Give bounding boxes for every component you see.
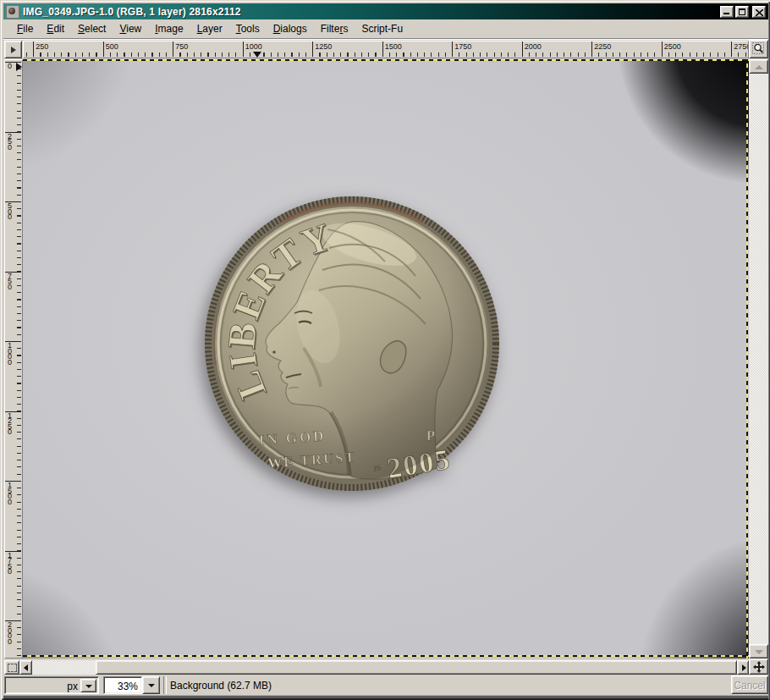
ruler-label: 0: [8, 63, 12, 69]
maximize-button[interactable]: [735, 6, 749, 18]
close-button[interactable]: [752, 6, 766, 18]
ruler-major-tick: [243, 41, 244, 57]
horizontal-scroll-thumb[interactable]: [96, 660, 737, 675]
statusbar-message: Background (62.7 MB): [170, 680, 272, 692]
layer-boundary-bottom: [23, 655, 749, 657]
menu-layer[interactable]: Layer: [190, 21, 229, 36]
ruler-major-tick: [33, 41, 34, 57]
image-canvas[interactable]: LIBERTY LIBERTY IN GOD WE TRUST 2005 P J…: [23, 59, 749, 659]
ruler-major-tick: [452, 41, 453, 57]
ruler-label: 2000: [525, 42, 542, 51]
scroll-right-button[interactable]: [737, 660, 749, 675]
scroll-up-button[interactable]: [749, 59, 768, 74]
ruler-label: 2500: [664, 42, 681, 51]
close-icon: [756, 9, 763, 16]
unit-dropdown-button[interactable]: [80, 679, 96, 692]
ruler-minor-ticks: [26, 52, 748, 57]
app-icon: [6, 5, 19, 19]
ruler-major-tick: [731, 41, 732, 57]
zoom-follow-window-button[interactable]: [749, 40, 768, 58]
ruler-label: 1000: [245, 42, 262, 51]
cursor-position-marker: [16, 63, 22, 71]
status-bar: px 33% Background (62.7 MB) Cancel: [3, 675, 768, 695]
photo-background: LIBERTY LIBERTY IN GOD WE TRUST 2005 P J…: [23, 59, 749, 659]
zoom-value: 33%: [118, 681, 138, 692]
horizontal-scroll-track[interactable]: [32, 660, 737, 675]
vertical-scroll-track[interactable]: [749, 74, 768, 644]
menu-image[interactable]: Image: [148, 21, 190, 36]
layer-boundary-top: [23, 59, 749, 61]
ruler-label: 2250: [594, 42, 611, 51]
ruler-major-tick: [382, 41, 383, 57]
menu-dialogs[interactable]: Dialogs: [267, 21, 314, 36]
ruler-major-tick: [662, 41, 663, 57]
ruler-major-tick: [312, 41, 313, 57]
horizontal-ruler[interactable]: 2505007501000125015001750200022502500275…: [23, 41, 749, 58]
ruler-major-tick: [522, 41, 523, 57]
ruler-major-tick: [103, 41, 104, 57]
navigation-button[interactable]: [749, 659, 768, 675]
ruler-label: 2 5 0: [8, 134, 12, 151]
ruler-label: 1 2 5 0: [8, 413, 12, 435]
menu-select[interactable]: Select: [71, 21, 113, 36]
ruler-label: 750: [175, 42, 188, 51]
ruler-label: 1 0 0 0: [8, 343, 12, 365]
left-arrow-icon: [24, 664, 28, 671]
unit-label: px: [67, 681, 78, 692]
chevron-down-icon: [85, 685, 92, 688]
menu-scriptfu[interactable]: Script-Fu: [355, 21, 410, 36]
ruler-label: 500: [106, 42, 118, 51]
statusbar-separator: [163, 676, 167, 694]
ruler-label: 250: [36, 42, 48, 51]
menu-bar: FileEditSelectViewImageLayerToolsDialogs…: [3, 19, 768, 39]
image-menu-button[interactable]: [4, 41, 22, 58]
menu-edit[interactable]: Edit: [40, 21, 71, 36]
quick-mask-toggle[interactable]: [4, 660, 19, 675]
gimp-image-window: IMG_0349.JPG-1.0 (RGB, 1 layer) 2816x211…: [0, 0, 770, 700]
ruler-label: 1250: [315, 42, 332, 51]
quick-mask-icon: [8, 664, 17, 672]
coin-image: LIBERTY LIBERTY IN GOD WE TRUST 2005 P J…: [204, 196, 500, 492]
ruler-label: 1500: [385, 42, 402, 51]
vertical-ruler[interactable]: 02 5 05 0 07 5 01 0 0 01 2 5 01 5 0 01 7…: [4, 59, 23, 659]
menu-file[interactable]: File: [10, 21, 40, 36]
ruler-label: 2 0 0 0: [8, 622, 12, 644]
ruler-minor-ticks: [17, 62, 21, 658]
window-controls: [720, 6, 766, 18]
ruler-label: 5 0 0: [8, 203, 12, 220]
minimize-icon: [723, 13, 729, 14]
menu-filters[interactable]: Filters: [314, 21, 355, 36]
window-title: IMG_0349.JPG-1.0 (RGB, 1 layer) 2816x211…: [23, 6, 720, 18]
ruler-label: 1 5 0 0: [8, 482, 12, 504]
minimize-button[interactable]: [720, 6, 734, 18]
navigation-cross-icon: [752, 660, 766, 674]
menu-tools[interactable]: Tools: [229, 21, 267, 36]
scroll-left-button[interactable]: [19, 660, 32, 675]
ruler-label: 7 5 0: [8, 273, 12, 290]
title-bar[interactable]: IMG_0349.JPG-1.0 (RGB, 1 layer) 2816x211…: [3, 3, 768, 19]
chevron-down-icon: [148, 684, 155, 687]
window-bottom-edge: [3, 695, 768, 700]
ruler-major-tick: [173, 41, 173, 57]
cancel-button[interactable]: Cancel: [731, 675, 768, 694]
ruler-label: 1750: [454, 42, 471, 51]
coin-shading: [215, 207, 489, 481]
layer-boundary-right: [746, 59, 748, 659]
scroll-down-button[interactable]: [749, 644, 768, 659]
cancel-label: Cancel: [732, 680, 767, 692]
zoom-input[interactable]: 33%: [103, 676, 142, 694]
up-arrow-icon: [755, 65, 763, 69]
menu-arrow-icon: [11, 47, 16, 53]
zoom-dropdown-button[interactable]: [142, 676, 160, 694]
vertical-scrollbar: [749, 40, 768, 659]
cursor-position-field[interactable]: px: [4, 676, 99, 694]
ruler-label: 1 7 5 0: [8, 553, 12, 575]
ruler-label: 2750: [734, 42, 749, 51]
menu-view[interactable]: View: [113, 21, 148, 36]
horizontal-scrollbar: [4, 660, 749, 675]
right-arrow-icon: [742, 664, 746, 671]
magnifier-icon: [752, 42, 765, 55]
ruler-major-tick: [591, 41, 592, 57]
cursor-position-marker: [253, 52, 261, 58]
maximize-icon: [739, 8, 745, 15]
